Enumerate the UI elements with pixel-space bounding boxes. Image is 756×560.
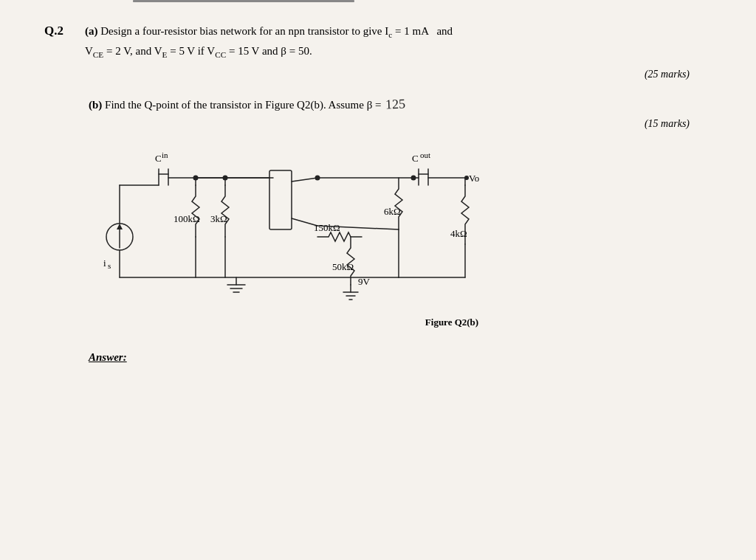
vo-label: Vo — [469, 173, 479, 184]
is-sub: s — [108, 261, 111, 270]
r5-label: 50kΩ — [332, 261, 354, 272]
part-a-marks: (25 marks) — [44, 69, 690, 80]
svg-rect-17 — [269, 170, 292, 229]
part-b-body: Find the Q-point of the transistor in Fi… — [105, 99, 381, 111]
question-content: (a) Design a four-resistor bias network … — [85, 22, 453, 61]
part-b-marks: (15 marks) — [44, 118, 690, 130]
svg-marker-8 — [117, 224, 123, 229]
is-label: i — [103, 257, 106, 269]
r3-label: 150kΩ — [314, 222, 340, 233]
cout-sub: out — [420, 151, 430, 159]
cin-label: C — [155, 153, 162, 164]
svg-point-37 — [223, 175, 228, 180]
svg-point-38 — [315, 175, 320, 180]
circuit-area: .hw { font-family: 'Segoe Script', 'Brus… — [44, 141, 712, 328]
r1-label: 100kΩ — [173, 213, 200, 224]
svg-point-39 — [411, 175, 416, 180]
question-block: Q.2 (a) Design a four-resistor bias netw… — [44, 22, 712, 61]
cin-sub: in — [162, 151, 168, 159]
page: Q.2 (a) Design a four-resistor bias netw… — [0, 0, 756, 560]
svg-line-18 — [292, 178, 317, 182]
part-a-line1: (a) Design a four-resistor bias network … — [85, 22, 453, 42]
top-accent-line — [133, 0, 354, 2]
beta-value: 125 — [385, 94, 406, 116]
part-b-text: (b) Find the Q-point of the transistor i… — [89, 94, 712, 115]
circuit-diagram: .hw { font-family: 'Segoe Script', 'Brus… — [89, 141, 591, 311]
part-a-line2: VCE = 2 V, and VE = 5 V if VCC = 15 V an… — [85, 42, 453, 62]
part-a-label: (a) — [85, 25, 98, 37]
and-word: and — [436, 25, 453, 37]
answer-label: Answer: — [89, 351, 127, 363]
part-b-block: (b) Find the Q-point of the transistor i… — [44, 94, 712, 115]
svg-point-36 — [193, 175, 199, 180]
part-b-label: (b) — [89, 99, 102, 111]
r2-label: 3kΩ — [210, 213, 227, 224]
cout-label: C — [412, 153, 419, 164]
figure-label: Figure Q2(b) — [192, 317, 712, 328]
answer-block: Answer: — [44, 350, 712, 364]
question-number: Q.2 — [44, 22, 85, 38]
part-a-text: Design a four-resistor bias network for … — [100, 25, 453, 37]
r4-label: 6kΩ — [384, 206, 401, 217]
